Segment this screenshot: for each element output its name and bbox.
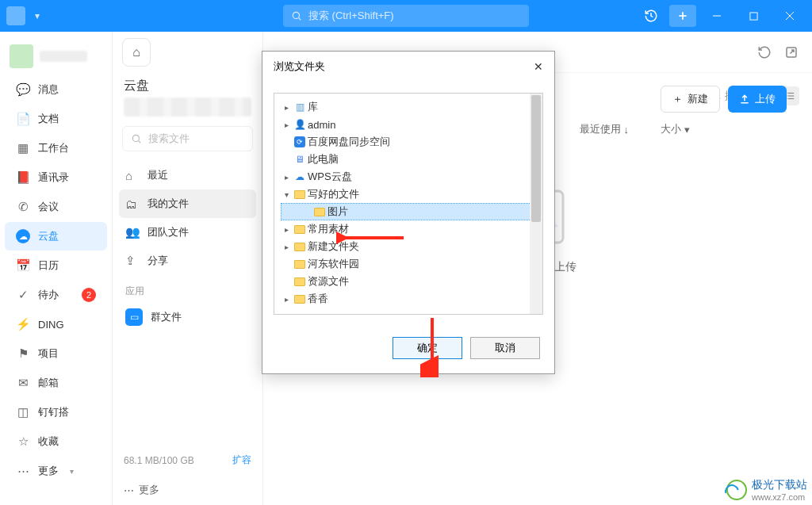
nav-item-mail[interactable]: ✉邮箱	[5, 369, 107, 397]
nav-item-block[interactable]: ◫钉钉搭	[5, 398, 107, 427]
nav-item-book[interactable]: 📕通讯录	[5, 163, 107, 192]
svg-rect-5	[749, 12, 756, 19]
filter-recent[interactable]: 最近使用 ↓	[580, 122, 630, 136]
expand-icon[interactable]: ▸	[281, 173, 292, 182]
dialog-title: 浏览文件夹	[274, 59, 325, 74]
side-search[interactable]: 搜索文件	[122, 126, 253, 151]
check-icon: ✓	[16, 288, 30, 302]
nav-badge: 2	[82, 288, 96, 302]
history-icon[interactable]	[638, 5, 665, 27]
scrollbar[interactable]	[530, 94, 542, 314]
side-search-placeholder: 搜索文件	[148, 132, 190, 146]
search-placeholder: 搜索 (Ctrl+Shift+F)	[308, 9, 394, 23]
nav-item-star[interactable]: ☆收藏	[5, 427, 107, 456]
nav-item-doc[interactable]: 📄文档	[5, 105, 107, 133]
star-icon: ☆	[16, 434, 30, 449]
add-button[interactable]	[669, 5, 696, 27]
grid-icon: ▦	[16, 141, 30, 155]
svg-line-1	[299, 18, 301, 21]
window-maximize[interactable]	[737, 0, 769, 32]
expand-icon[interactable]: ▸	[281, 295, 292, 304]
folder-icon: 👤	[293, 118, 306, 131]
new-button[interactable]: ＋新建	[661, 86, 720, 113]
side-more[interactable]: ⋯ 更多	[113, 475, 262, 505]
nav-item-bolt[interactable]: ⚡DING	[5, 310, 107, 339]
dialog-close[interactable]: ✕	[534, 60, 543, 73]
book-icon: 📕	[16, 170, 30, 185]
titlebar: ▾ 搜索 (Ctrl+Shift+F)	[0, 0, 812, 32]
tree-node[interactable]: 河东软件园	[276, 255, 541, 273]
folder-icon: 🗂	[125, 197, 140, 211]
doc-icon: 📄	[16, 112, 30, 126]
side-group-files[interactable]: ▭ 群文件	[113, 301, 262, 333]
home-icon: ⌂	[125, 169, 140, 182]
nav-item-flag[interactable]: ⚑项目	[5, 339, 107, 368]
nav-item-check[interactable]: ✓待办2	[5, 281, 107, 309]
expand-storage-link[interactable]: 扩容	[232, 453, 251, 467]
folder-icon	[293, 240, 306, 253]
expand-icon[interactable]: ▸	[281, 121, 292, 129]
block-icon: ◫	[16, 405, 30, 419]
tab-dropdown-icon[interactable]: ▾	[35, 10, 40, 21]
upload-button[interactable]: 上传	[728, 86, 787, 113]
svg-point-8	[132, 135, 139, 141]
folder-icon: ⟳	[293, 136, 306, 148]
window-minimize[interactable]	[701, 0, 733, 32]
tree-node[interactable]: 🖥此电脑	[276, 151, 541, 168]
folder-icon: ☁	[293, 170, 306, 183]
folder-icon: ▥	[293, 101, 306, 113]
nav-more[interactable]: ⋯ 更多 ▾	[5, 457, 107, 485]
folder-icon	[293, 275, 306, 288]
nav-item-grid[interactable]: ▦工作台	[5, 134, 107, 163]
app-tab[interactable]	[6, 6, 25, 25]
chat-icon: 💬	[16, 82, 30, 97]
nav-item-cal[interactable]: 📅日历	[5, 251, 107, 280]
refresh-icon[interactable]	[756, 44, 772, 60]
side-item-folder[interactable]: 🗂我的文件	[119, 189, 256, 218]
tree-node[interactable]: 图片	[281, 203, 536, 220]
nav-item-chat[interactable]: 💬消息	[5, 75, 107, 104]
tree-node[interactable]: ⟳百度网盘同步空间	[276, 133, 541, 151]
side-more-label: 更多	[139, 483, 159, 497]
ok-button[interactable]: 确定	[393, 337, 462, 359]
window-close[interactable]	[774, 0, 806, 32]
tree-node[interactable]: ▾写好的文件	[276, 186, 541, 203]
side-panel: ⌂ 云盘 搜索文件 ⌂最近🗂我的文件👥团队文件⇪分享 应用 ▭ 群文件 68.1…	[113, 32, 263, 505]
tree-node[interactable]: ▸☁WPS云盘	[276, 168, 541, 186]
expand-icon[interactable]: ▸	[281, 243, 292, 251]
cancel-button[interactable]: 取消	[470, 337, 540, 359]
side-item-team[interactable]: 👥团队文件	[113, 218, 262, 247]
nav-item-phone[interactable]: ✆会议	[5, 193, 107, 221]
nav-item-cloud[interactable]: ☁云盘	[5, 222, 107, 251]
tree-node[interactable]: 资源文件	[276, 273, 541, 290]
nav-user[interactable]	[0, 38, 112, 75]
expand-icon[interactable]: ▾	[281, 190, 292, 199]
group-files-label: 群文件	[151, 310, 182, 324]
side-section-label: 应用	[113, 275, 262, 301]
tree-node[interactable]: ▸常用素材	[276, 220, 541, 238]
folder-icon	[293, 223, 306, 235]
home-icon[interactable]: ⌂	[122, 38, 151, 67]
folder-icon	[293, 188, 306, 201]
tree-node[interactable]: ▸▥库	[276, 98, 541, 116]
more-icon: ⋯	[16, 464, 30, 478]
folder-tree[interactable]: ▸▥库▸👤admin⟳百度网盘同步空间🖥此电脑▸☁WPS云盘▾写好的文件图片▸常…	[274, 94, 542, 312]
team-icon: 👥	[125, 225, 140, 239]
side-item-share[interactable]: ⇪分享	[113, 247, 262, 275]
tree-node[interactable]: ▸新建文件夹	[276, 238, 541, 255]
tree-node[interactable]: ▸香香	[276, 290, 541, 308]
svg-line-9	[139, 141, 141, 143]
global-search[interactable]: 搜索 (Ctrl+Shift+F)	[283, 5, 529, 27]
search-icon	[291, 10, 302, 21]
expand-icon[interactable]: ▸	[281, 225, 292, 234]
side-item-home[interactable]: ⌂最近	[113, 161, 262, 189]
bolt-icon: ⚡	[16, 317, 30, 331]
storage-text: 68.1 MB/100 GB	[124, 455, 194, 466]
flag-icon: ⚑	[16, 346, 30, 361]
watermark: 极光下载站 www.xz7.com	[726, 478, 807, 502]
tree-node[interactable]: ▸👤admin	[276, 116, 541, 133]
folder-icon	[293, 258, 306, 270]
open-external-icon[interactable]	[783, 44, 799, 60]
side-subtitle-blurred	[124, 98, 251, 117]
expand-icon[interactable]: ▸	[281, 103, 292, 112]
